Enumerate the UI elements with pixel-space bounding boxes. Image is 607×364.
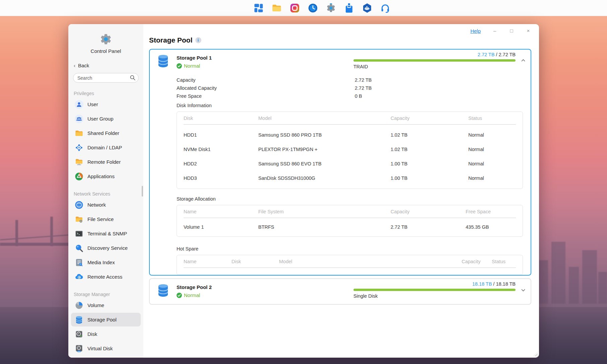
sidebar-item-media-index[interactable]: Media Index xyxy=(71,256,141,269)
sidebar-item-remote-access[interactable]: Remote Access xyxy=(71,270,141,284)
search-icon[interactable] xyxy=(130,75,136,81)
sidebar-item-shared-folder[interactable]: Shared Folder xyxy=(71,126,141,140)
control-panel-window: Help – □ × Control Panel ‹ Back xyxy=(68,24,539,358)
table-row: HDD2 Samsung SSD 860 EVO 1TB 1.00 TB Nor… xyxy=(177,156,523,171)
storage-pool-2-header[interactable]: Storage Pool 2 Normal 18.18 TB / 18.18 T… xyxy=(150,279,531,302)
docker-icon[interactable] xyxy=(362,3,372,13)
status-check-icon xyxy=(177,63,182,69)
usage-separator: / xyxy=(496,52,497,57)
sidebar-item-applications[interactable]: Applications xyxy=(71,169,141,183)
pool-name: Storage Pool 1 xyxy=(177,55,212,61)
sidebar-item-remote-folder[interactable]: Remote Folder xyxy=(71,155,141,169)
col-header-capacity: Capacity xyxy=(462,259,492,264)
domain-ldap-icon xyxy=(75,143,83,152)
sidebar-item-user[interactable]: User xyxy=(71,97,141,111)
svg-text:VHD: VHD xyxy=(78,351,80,352)
sidebar-item-storage-pool[interactable]: Storage Pool xyxy=(71,313,141,326)
total-capacity: 2.72 TB xyxy=(498,52,516,57)
section-storage-manager: Storage Manager xyxy=(74,292,143,297)
control-panel-header: Control Panel xyxy=(68,24,143,54)
dashboard-icon[interactable] xyxy=(254,3,264,13)
main-panel: Storage Pool i xyxy=(143,24,539,358)
sidebar-item-file-service[interactable]: File Service xyxy=(71,212,141,226)
chevron-up-icon[interactable] xyxy=(520,58,526,64)
control-panel-gear-icon[interactable] xyxy=(326,3,336,13)
hot-spare-empty-body xyxy=(177,268,523,275)
col-header-filesystem: File System xyxy=(258,209,391,214)
pool-usage: 2.72 TB / 2.72 TB TRAID xyxy=(353,52,516,69)
col-header-capacity: Capacity xyxy=(391,116,468,121)
volume-pie-icon xyxy=(75,301,83,310)
used-capacity: 2.72 TB xyxy=(478,52,495,57)
info-icon[interactable]: i xyxy=(195,37,201,43)
maximize-button[interactable]: □ xyxy=(509,28,514,33)
section-privileges: Privileges xyxy=(74,91,143,96)
control-panel-label: Control Panel xyxy=(68,48,143,54)
sidebar-item-domain-ldap[interactable]: Domain / LDAP xyxy=(71,141,141,154)
raid-type: TRAID xyxy=(353,64,516,69)
sidebar-item-terminal-snmp[interactable]: Terminal & SNMP xyxy=(71,227,141,240)
close-button[interactable]: × xyxy=(526,28,531,33)
top-dock xyxy=(0,0,607,16)
disk-information-table: Disk Model Capacity Status HDD1 Samsung … xyxy=(177,112,523,189)
storage-pool-1-header[interactable]: Storage Pool 1 Normal 2.72 TB / 2.72 TB … xyxy=(150,50,531,73)
back-button[interactable]: ‹ Back xyxy=(74,63,143,68)
col-header-status: Status xyxy=(492,259,523,264)
sidebar-scrollbar[interactable] xyxy=(142,186,143,197)
pool-usage: 18.18 TB / 18.18 TB Single Disk xyxy=(353,281,516,299)
col-header-model: Model xyxy=(279,259,462,264)
search-input[interactable] xyxy=(73,73,139,83)
sidebar: Control Panel ‹ Back Privileges User xyxy=(68,24,143,358)
shared-folder-icon xyxy=(75,129,83,138)
sidebar-item-disk[interactable]: Disk xyxy=(71,327,141,341)
help-link[interactable]: Help xyxy=(470,28,481,34)
storage-pool-cylinder-icon xyxy=(75,315,83,324)
sidebar-item-volume[interactable]: Volume xyxy=(71,298,141,312)
col-header-disk: Disk xyxy=(231,259,279,264)
used-capacity: 18.18 TB xyxy=(472,281,492,287)
minimize-button[interactable]: – xyxy=(492,28,497,33)
pool-status: Normal xyxy=(177,63,200,69)
table-row: Volume 1 BTRFS 2.72 TB 435.35 GB xyxy=(177,220,523,234)
status-label: Normal xyxy=(184,292,200,298)
col-header-name: Name xyxy=(184,209,258,214)
capacity-progress-bar xyxy=(353,59,516,62)
sidebar-item-virtual-disk[interactable]: VHD Virtual Disk xyxy=(71,342,141,355)
sidebar-item-network[interactable]: Network xyxy=(71,198,141,212)
storage-allocation-title: Storage Allocation xyxy=(177,196,531,202)
network-globe-icon xyxy=(75,201,83,209)
detail-value: 2.72 TB xyxy=(355,77,531,83)
pool-details: Capacity 2.72 TB Allocated Capacity 2.72… xyxy=(177,76,531,100)
table-row: NVMe Disk1 PLEXTOR PX-1TM9PGN + 1.02 TB … xyxy=(177,142,523,156)
col-header-freespace: Free Space xyxy=(466,209,523,214)
detail-label: Allocated Capacity xyxy=(177,85,355,91)
raid-type: Single Disk xyxy=(353,293,516,299)
backup-clock-icon[interactable] xyxy=(308,3,318,13)
pool-name: Storage Pool 2 xyxy=(177,284,212,290)
media-index-icon xyxy=(75,258,83,267)
search-box xyxy=(73,73,139,83)
storage-pool-icon xyxy=(157,54,169,68)
window-titlebar: Help – □ × xyxy=(470,24,539,38)
control-panel-gear-icon xyxy=(99,33,112,46)
sidebar-item-user-group[interactable]: User Group xyxy=(71,112,141,126)
usage-separator: / xyxy=(493,281,494,287)
section-network-services: Network Services xyxy=(74,191,143,197)
storage-pool-icon xyxy=(157,284,169,297)
sidebar-item-discovery-service[interactable]: Discovery Service xyxy=(71,241,141,255)
back-label: Back xyxy=(78,63,89,68)
hot-spare-table: Name Disk Model Capacity Status xyxy=(177,255,523,275)
support-headset-icon[interactable] xyxy=(380,3,390,13)
chevron-down-icon[interactable] xyxy=(520,287,526,293)
app-center-icon[interactable] xyxy=(344,3,354,13)
file-manager-icon[interactable] xyxy=(272,3,282,13)
discovery-magnifier-icon xyxy=(75,244,83,252)
page-title: Storage Pool xyxy=(149,36,193,44)
multimedia-icon[interactable] xyxy=(290,3,300,13)
user-group-icon xyxy=(75,115,83,123)
pool-status: Normal xyxy=(177,292,200,298)
total-capacity: 18.18 TB xyxy=(496,281,516,287)
disk-information-title: Disk Information xyxy=(177,103,531,108)
remote-folder-icon xyxy=(75,158,83,166)
storage-allocation-table: Name File System Capacity Free Space Vol… xyxy=(177,205,523,237)
